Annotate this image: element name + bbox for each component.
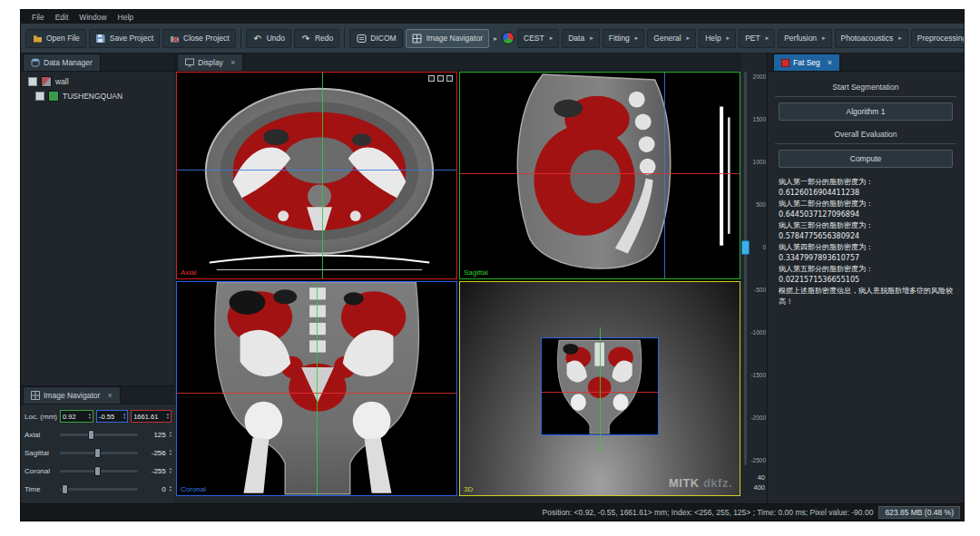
loc-y-value: -0.55 xyxy=(99,413,114,421)
view-pin-icon[interactable] xyxy=(428,75,435,82)
close-tab-icon[interactable]: × xyxy=(107,391,112,400)
algorithm-1-button[interactable]: Algorithm 1 xyxy=(779,102,953,121)
scale-tick: -2000 xyxy=(750,414,766,421)
scale-tick: 1500 xyxy=(753,116,766,122)
spin-arrows-icon[interactable]: ▴▾ xyxy=(170,449,172,456)
sagittal-slider[interactable] xyxy=(60,452,138,454)
window-value: 400 xyxy=(753,482,765,492)
sagittal-view[interactable]: Sagittal xyxy=(459,72,740,279)
slider-handle[interactable] xyxy=(88,430,94,440)
tab-data-manager[interactable]: Data Manager xyxy=(23,54,101,71)
spin-arrows-icon[interactable]: ▴▾ xyxy=(170,485,172,492)
coronal-view[interactable]: Coronal xyxy=(176,281,457,496)
toolbar-menu-cest[interactable]: CEST▸ xyxy=(517,29,559,48)
undo-button[interactable]: ↶ Undo xyxy=(246,29,291,48)
threed-slice-plane[interactable] xyxy=(541,337,658,435)
tree-item-tushengquan[interactable]: TUSHENGQUAN xyxy=(21,89,174,103)
toolbar-menu-perfusion[interactable]: Perfusion▸ xyxy=(778,29,831,48)
visibility-checkbox[interactable] xyxy=(28,77,37,86)
sagittal-plane-line[interactable] xyxy=(322,73,323,278)
close-project-button[interactable]: Close Project xyxy=(162,29,236,48)
scale-tick: 1000 xyxy=(753,159,766,165)
axial-slider[interactable] xyxy=(60,434,138,436)
tab-image-navigator[interactable]: Image Navigator × xyxy=(23,386,121,404)
coronal-plane-line[interactable] xyxy=(664,73,665,278)
spin-arrows-icon[interactable]: ▴▾ xyxy=(123,413,125,420)
toolbar-menu-preprocessing[interactable]: Preprocessing▸ xyxy=(911,29,964,48)
toolbar-menu-data[interactable]: Data▸ xyxy=(562,29,599,48)
close-tab-icon[interactable]: × xyxy=(828,58,832,67)
view-menu-icon[interactable] xyxy=(446,75,453,82)
compute-button[interactable]: Compute xyxy=(779,150,953,168)
sagittal-ct-image xyxy=(460,73,740,278)
tab-label: Fat Seg xyxy=(793,58,820,67)
open-file-icon xyxy=(32,33,43,44)
menu-help[interactable]: Help xyxy=(113,13,139,22)
coronal-slider-row: Coronal -255▴▾ xyxy=(24,462,172,480)
toolbar-menu-general[interactable]: General▸ xyxy=(647,29,696,48)
view-label: Axial xyxy=(181,268,196,277)
time-slider[interactable] xyxy=(60,488,138,491)
menu-label: Fitting xyxy=(609,34,630,43)
tab-fat-seg[interactable]: Fat Seg × xyxy=(773,54,840,71)
evaluation-results: 病人第一部分的脂肪密度为：0.6126016904411238 病人第二部分的脂… xyxy=(779,177,953,307)
slider-handle[interactable] xyxy=(94,466,101,476)
sagittal-plane-line[interactable] xyxy=(317,282,318,495)
menu-edit[interactable]: Edit xyxy=(50,13,74,22)
level-window-scale: 2000 1500 1000 500 0 -500 -1000 -1500 -2… xyxy=(750,73,766,463)
tab-display[interactable]: Display × xyxy=(177,54,243,71)
submenu-arrow-icon: ▸ xyxy=(635,34,639,42)
level-window-groove[interactable] xyxy=(744,72,747,465)
toolbar-menu-help[interactable]: Help▸ xyxy=(699,29,736,48)
data-manager-panel: Data Manager wall TUSHENGQUAN xyxy=(21,54,175,503)
image-navigator-icon xyxy=(412,33,423,44)
menu-window[interactable]: Window xyxy=(74,13,112,22)
close-tab-icon[interactable]: × xyxy=(230,58,235,67)
view-layout-icon[interactable] xyxy=(437,75,444,82)
submenu-arrow-icon: ▸ xyxy=(590,34,593,42)
image-navigator-button[interactable]: Image Navigator xyxy=(406,29,489,48)
toolbar-menu-photoacoustics[interactable]: Photoacoustics▸ xyxy=(835,29,908,48)
sagittal-plane-line[interactable] xyxy=(600,327,601,453)
toolbar-extension-icon[interactable]: ▸ xyxy=(492,34,499,43)
navigator-icon xyxy=(31,391,40,400)
cursor-position-text: Position: <0.92, -0.55, 1661.61> mm; Ind… xyxy=(543,508,874,517)
spin-arrows-icon[interactable]: ▴▾ xyxy=(170,431,172,438)
spin-arrows-icon[interactable]: ▴▾ xyxy=(170,467,172,474)
watermark-dkfz-text: dkfz. xyxy=(703,476,732,490)
coronal-slider[interactable] xyxy=(60,470,138,473)
redo-button[interactable]: ↷ Redo xyxy=(294,29,339,48)
close-project-icon xyxy=(169,33,180,44)
dicom-button[interactable]: DICOM xyxy=(349,29,402,48)
loc-label: Loc. (mm) xyxy=(24,413,57,421)
slider-handle[interactable] xyxy=(62,484,68,494)
spin-arrows-icon[interactable]: ▴▾ xyxy=(89,413,91,420)
sagittal-label: Sagittal xyxy=(24,449,57,457)
open-file-label: Open File xyxy=(46,34,80,43)
spin-arrows-icon[interactable]: ▴▾ xyxy=(167,413,169,420)
coronal-plane-line[interactable] xyxy=(177,170,456,171)
tree-item-wall[interactable]: wall xyxy=(21,74,174,89)
scale-tick: 500 xyxy=(756,201,766,208)
slider-handle[interactable] xyxy=(94,448,101,458)
loc-y-spinbox[interactable]: -0.55▴▾ xyxy=(96,410,128,423)
redo-icon: ↷ xyxy=(300,33,311,44)
color-wheel-icon[interactable] xyxy=(502,32,514,44)
toolbar-menu-pet[interactable]: PET▸ xyxy=(739,29,775,48)
navigator-controls: Loc. (mm) 0.92▴▾ -0.55▴▾ 1661.61▴▾ Axial… xyxy=(21,404,175,501)
level-window-handle[interactable] xyxy=(741,240,750,255)
menu-label: Preprocessing xyxy=(917,34,964,43)
menu-file[interactable]: File xyxy=(26,13,50,22)
save-project-button[interactable]: Save Project xyxy=(89,29,160,48)
visibility-checkbox[interactable] xyxy=(35,92,44,101)
axial-plane-line[interactable] xyxy=(460,173,740,174)
level-window-slider[interactable]: 2000 1500 1000 500 0 -500 -1000 -1500 -2… xyxy=(741,72,767,494)
open-file-button[interactable]: Open File xyxy=(25,29,86,48)
loc-x-spinbox[interactable]: 0.92▴▾ xyxy=(60,410,93,423)
axial-view[interactable]: Axial xyxy=(176,72,457,279)
threed-view[interactable]: MITK dkfz. 3D xyxy=(459,281,740,496)
image-navigator-tabbar: Image Navigator × xyxy=(21,386,175,404)
toolbar-menu-fitting[interactable]: Fitting▸ xyxy=(603,29,645,48)
axial-slider-row: Axial 125▴▾ xyxy=(24,425,172,443)
loc-z-spinbox[interactable]: 1661.61▴▾ xyxy=(131,410,172,423)
